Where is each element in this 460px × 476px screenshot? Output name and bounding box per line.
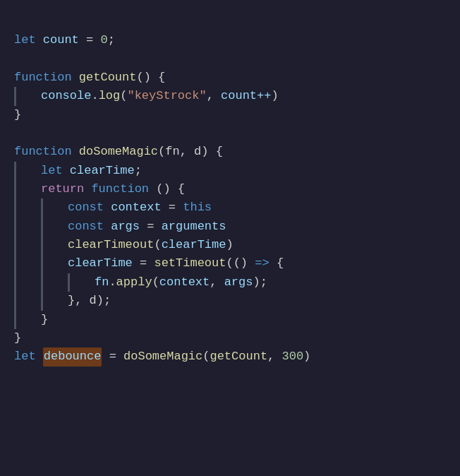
code-line: const args = arguments	[14, 218, 446, 236]
token: }	[14, 106, 21, 124]
token: =	[140, 218, 162, 236]
token: context	[111, 198, 161, 217]
line-content: console.log("keyStrock", count++)	[41, 87, 279, 105]
token: ;	[108, 31, 115, 49]
token: =>	[248, 254, 277, 273]
indent-bar-inner	[41, 198, 43, 217]
indent-bar-outer	[14, 254, 16, 273]
token	[104, 198, 111, 217]
code-line: console.log("keyStrock", count++)	[14, 87, 446, 105]
token: function	[14, 143, 72, 161]
token: args	[224, 273, 253, 292]
token: debounce	[43, 347, 102, 366]
line-content: }	[41, 311, 48, 329]
token: count	[43, 31, 79, 49]
indent-bar	[14, 87, 16, 105]
indent-bar	[14, 311, 16, 329]
code-line: function doSomeMagic(fn, d) {	[14, 143, 446, 161]
code-line: }	[14, 106, 446, 124]
line-content: const args = arguments	[68, 218, 226, 236]
token: (	[152, 273, 159, 292]
line-content: }	[14, 106, 21, 124]
token: this	[183, 198, 212, 217]
token: fn	[95, 273, 109, 292]
token: =	[162, 198, 183, 217]
token: ,	[207, 87, 221, 105]
indent-bar-outer	[14, 198, 16, 217]
token: ,	[210, 273, 224, 292]
code-line: const context = this	[14, 198, 446, 217]
indent-bar-inner	[41, 236, 43, 254]
indent-bar-outer	[14, 218, 16, 236]
token: clearTime	[162, 236, 226, 254]
token: =	[79, 31, 101, 49]
token	[36, 31, 43, 49]
code-line: }	[14, 329, 446, 347]
token	[36, 347, 43, 366]
token: console	[41, 87, 91, 105]
line-content	[14, 50, 21, 69]
indent-bar-inner	[41, 292, 43, 310]
token: clearTimeout	[68, 236, 154, 254]
token: )	[271, 87, 278, 105]
token: .	[109, 273, 116, 292]
code-line: function getCount() {	[14, 69, 446, 87]
token: getCount	[210, 347, 267, 366]
token: (	[202, 347, 210, 366]
code-editor: let count = 0; function getCount() {cons…	[0, 0, 460, 379]
token: clearTime	[68, 254, 133, 273]
indent-bar	[14, 162, 16, 180]
line-content: function doSomeMagic(fn, d) {	[14, 143, 223, 161]
token: let	[41, 162, 63, 180]
line-content: let debounce = doSomeMagic(getCount, 300…	[14, 347, 310, 366]
line-content: }	[14, 329, 21, 347]
token: 0	[100, 31, 107, 49]
token: {	[277, 254, 284, 273]
line-content: }, d);	[68, 292, 111, 310]
token: apply	[116, 273, 152, 292]
indent-bar-outer	[14, 292, 16, 310]
token: doSomeMagic	[79, 143, 158, 161]
indent-bar-inner	[41, 254, 43, 273]
code-line	[14, 50, 446, 69]
token: }	[14, 329, 21, 347]
code-line: }, d);	[14, 292, 446, 310]
indent-bar	[14, 180, 16, 198]
token	[104, 218, 111, 236]
token: () {	[136, 69, 165, 87]
token: function	[14, 69, 72, 87]
token: getCount	[79, 69, 137, 87]
token: clearTime	[70, 162, 135, 180]
token: function	[91, 180, 149, 198]
token: context	[159, 273, 210, 292]
token: }, d);	[68, 292, 111, 310]
token: (	[154, 236, 161, 254]
token: const	[68, 218, 104, 236]
token	[72, 143, 79, 161]
code-line: let debounce = doSomeMagic(getCount, 300…	[14, 347, 446, 366]
token: "keyStrock"	[127, 87, 206, 105]
token	[72, 69, 79, 87]
token: (()	[226, 254, 248, 273]
indent-bar-inner	[41, 218, 43, 236]
code-line	[14, 124, 446, 143]
line-content: fn.apply(context, args);	[95, 273, 267, 292]
token: count++	[221, 87, 271, 105]
token: setTimeout	[154, 254, 226, 273]
code-line: clearTime = setTimeout(() => {	[14, 254, 446, 273]
line-content: clearTime = setTimeout(() => {	[68, 254, 284, 273]
indent-bar-outer	[14, 236, 16, 254]
code-line: return function () {	[14, 180, 446, 198]
line-content	[14, 124, 21, 143]
token: let	[14, 31, 36, 49]
line-content: clearTimeout(clearTime)	[68, 236, 234, 254]
token: const	[68, 198, 104, 217]
token: 300	[282, 347, 304, 366]
token: arguments	[162, 218, 226, 236]
token: );	[253, 273, 267, 292]
line-content: function getCount() {	[14, 69, 165, 87]
token: (	[120, 87, 127, 105]
token: let	[14, 347, 36, 366]
token: )	[303, 347, 310, 366]
code-line: }	[14, 311, 446, 329]
